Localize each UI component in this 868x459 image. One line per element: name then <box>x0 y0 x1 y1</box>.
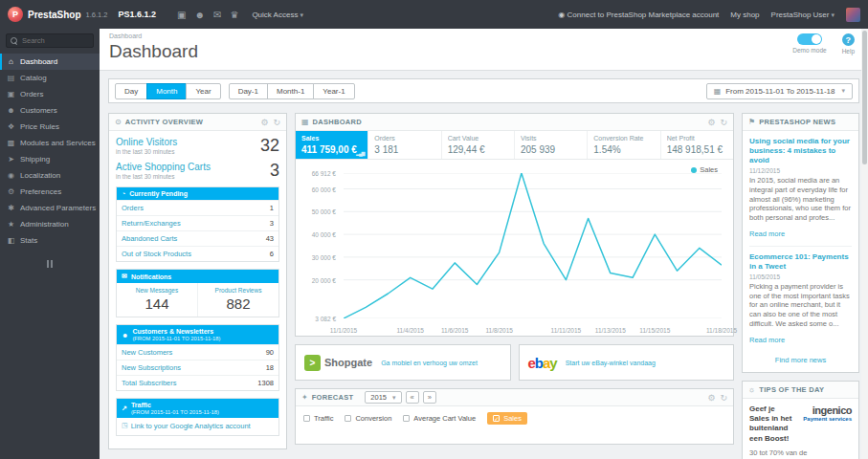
article-headline[interactable]: Ecommerce 101: Payments in a Tweet <box>749 252 852 272</box>
activity-overview-panel: ⊙ ACTIVITY OVERVIEW ⚙↻ Online Visitors i… <box>108 113 287 449</box>
filter-day-button[interactable]: Day <box>115 83 147 99</box>
shopgate-link[interactable]: Ga mobiel en verhoog uw omzet <box>381 360 478 366</box>
scrollbar-thumb[interactable] <box>862 31 867 164</box>
stat-visits[interactable]: Visits 205 939 <box>515 131 588 159</box>
notifications-section: ✉Notifications New Messages 144 Product … <box>116 269 279 317</box>
sidebar-item-preferences[interactable]: ⚙Preferences <box>0 184 100 200</box>
sidebar-item-catalog[interactable]: ▤Catalog <box>0 70 100 86</box>
user-menu[interactable]: PrestaShop User▾ <box>771 11 835 19</box>
shipping-icon: ➤ <box>7 155 15 164</box>
sidebar-item-modules[interactable]: ▩Modules and Services <box>0 135 100 151</box>
gear-icon[interactable]: ⚙ <box>707 393 715 403</box>
sidebar-item-localization[interactable]: ◉Localization <box>0 167 100 184</box>
people-icon: ☻ <box>122 332 128 339</box>
sidebar-item-price-rules[interactable]: ❖Price Rules <box>0 119 100 135</box>
shopgate-icon: > <box>304 355 321 371</box>
abandoned-carts-row: Abandoned Carts43 <box>117 230 278 246</box>
date-filter-bar: Day Month Year Day-1 Month-1 Year-1 ▦ Fr… <box>108 78 859 103</box>
envelope-icon[interactable]: ✉ <box>213 10 221 20</box>
ebay-link[interactable]: Start uw eBay-winkel vandaag <box>566 360 656 366</box>
link-icon: ◳ <box>122 422 128 429</box>
sidebar-item-administration[interactable]: ★Administration <box>0 216 100 232</box>
online-visitors-value: 32 <box>260 137 279 154</box>
filter-day-1-button[interactable]: Day-1 <box>229 83 268 99</box>
avatar[interactable] <box>846 8 860 22</box>
stat-net-profit[interactable]: Net Profit 148 918,51 € <box>661 131 733 159</box>
sidebar-item-shipping[interactable]: ➤Shipping <box>0 151 100 167</box>
sidebar-item-advanced-parameters[interactable]: ✱Advanced Parameters <box>0 200 100 216</box>
forecast-legend-sales[interactable]: ✓Sales <box>487 412 527 425</box>
demo-mode-control[interactable]: Demo mode <box>792 33 826 55</box>
page-title: Dashboard <box>109 41 858 62</box>
cart-icon[interactable]: ▣ <box>177 10 186 20</box>
kpi-row: Sales 411 759,00 € ▂▄▆ Orders 3 181 Cart… <box>296 131 733 160</box>
demo-mode-toggle[interactable] <box>797 33 822 45</box>
person-icon[interactable]: ☻ <box>195 10 206 20</box>
pending-returns-row: Return/Exchanges3 <box>117 215 278 230</box>
trophy-icon[interactable]: ♛ <box>230 10 238 20</box>
stat-conversion-rate[interactable]: Conversion Rate 1.54% <box>588 131 660 159</box>
active-carts-row: Active Shopping Carts in the last 30 min… <box>116 162 279 180</box>
gear-icon[interactable]: ⚙ <box>260 118 268 127</box>
catalog-icon: ▤ <box>7 74 15 82</box>
search-input[interactable] <box>22 36 89 45</box>
filter-year-button[interactable]: Year <box>186 83 220 99</box>
administration-icon: ★ <box>7 220 15 229</box>
shop-name[interactable]: PS1.6.1.2 <box>119 10 157 19</box>
my-shop-link[interactable]: My shop <box>730 11 759 19</box>
stat-sales[interactable]: Sales 411 759,00 € ▂▄▆ <box>296 131 368 159</box>
google-analytics-link[interactable]: ◳Link to your Google Analytics account <box>122 422 274 430</box>
find-more-news-link[interactable]: Find more news <box>749 352 852 366</box>
stat-orders[interactable]: Orders 3 181 <box>368 131 441 159</box>
online-visitors-link[interactable]: Online Visitors <box>116 137 177 147</box>
sidebar-item-orders[interactable]: ▣Orders <box>0 86 100 102</box>
forecast-prev-button[interactable]: « <box>406 391 419 404</box>
forecast-next-button[interactable]: » <box>423 391 436 404</box>
ingenico-logo: ingenico Payment services <box>803 404 852 445</box>
news-article: Ecommerce 101: Payments in a Tweet 11/05… <box>749 246 852 346</box>
product-reviews-cell[interactable]: Product Reviews 882 <box>197 283 278 317</box>
forecast-year-select[interactable]: 2015▾ <box>365 391 401 404</box>
help-icon[interactable]: ? <box>842 33 855 46</box>
shopgate-logo: > Shopgate <box>304 355 372 371</box>
read-more-link[interactable]: Read more <box>749 336 785 344</box>
sidebar-item-customers[interactable]: ☻Customers <box>0 102 100 119</box>
read-more-link[interactable]: Read more <box>749 230 785 238</box>
sales-chart-plot <box>344 173 722 318</box>
filter-month-button[interactable]: Month <box>146 83 187 99</box>
help-label: Help <box>842 48 855 55</box>
prestashop-logo-icon[interactable]: P <box>8 7 23 22</box>
gear-icon[interactable]: ⚙ <box>707 118 715 127</box>
date-range-picker[interactable]: ▦ From 2015-11-01 To 2015-11-18 ▾ <box>706 83 853 99</box>
breadcrumb[interactable]: Dashboard <box>109 33 858 39</box>
chart-legend[interactable]: Sales <box>691 165 718 174</box>
refresh-icon[interactable]: ↻ <box>720 393 727 403</box>
filter-year-1-button[interactable]: Year-1 <box>313 83 354 99</box>
new-messages-cell[interactable]: New Messages 144 <box>117 283 197 317</box>
price-rules-icon: ❖ <box>7 122 15 131</box>
stats-icon: ◧ <box>7 236 15 245</box>
filter-month-1-button[interactable]: Month-1 <box>267 83 314 99</box>
stat-cart-value[interactable]: Cart Value 129,44 € <box>442 131 515 159</box>
modules-icon: ▩ <box>7 139 15 147</box>
quick-access-menu[interactable]: Quick Access▾ <box>252 11 303 19</box>
tip-body: 30 tot 70% van de consumenten in Europa … <box>749 448 852 459</box>
sidebar-search[interactable] <box>6 33 94 48</box>
help-control[interactable]: ? Help <box>842 33 855 55</box>
bell-icon: ✉ <box>122 273 127 280</box>
refresh-icon[interactable]: ↻ <box>720 118 727 127</box>
sidebar-item-stats[interactable]: ◧Stats <box>0 232 100 249</box>
forecast-legend-average-cart-value[interactable]: Average Cart Value <box>403 414 476 423</box>
forecast-legend-traffic[interactable]: Traffic <box>303 414 333 423</box>
marketplace-link[interactable]: ◉ Connect to PrestaShop Marketplace acco… <box>558 11 719 19</box>
refresh-icon[interactable]: ↻ <box>273 118 280 127</box>
sidebar-collapse-button[interactable] <box>0 260 100 268</box>
sidebar-item-dashboard[interactable]: ⌂Dashboard <box>0 54 100 70</box>
forecast-legend-conversion[interactable]: Conversion <box>345 414 391 423</box>
chevron-down-icon: ▾ <box>841 87 845 95</box>
article-headline[interactable]: Using social media for your business: 4 … <box>749 137 852 165</box>
main: Dashboard Dashboard Demo mode ? Help Day… <box>100 29 868 459</box>
tip-icon: ☼ <box>748 385 755 394</box>
checkbox-checked-icon: ✓ <box>493 415 500 422</box>
active-carts-link[interactable]: Active Shopping Carts <box>116 162 211 172</box>
